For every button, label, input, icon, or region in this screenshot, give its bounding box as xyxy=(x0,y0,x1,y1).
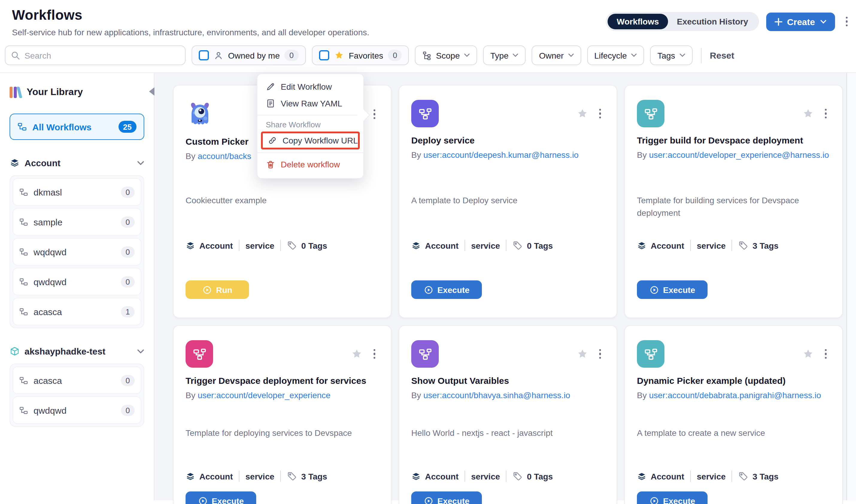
favorite-star-icon[interactable] xyxy=(350,348,362,360)
menu-item-copy-workflow-url[interactable]: Copy Workflow URL xyxy=(263,133,358,148)
workflow-meta: Account service 3 Tags xyxy=(637,240,834,251)
owner-link[interactable]: user:account/debabrata.panigrahi@harness… xyxy=(649,391,821,400)
lifecycle-dropdown[interactable]: Lifecycle xyxy=(587,46,644,65)
favorites-checkbox[interactable] xyxy=(319,50,329,60)
workflow-card-dynamic-picker[interactable]: Dynamic Picker example (updated) By user… xyxy=(624,325,843,504)
type-dropdown[interactable]: Type xyxy=(483,46,526,65)
workflow-meta: Account service 0 Tags xyxy=(411,240,608,251)
execute-button[interactable]: Execute xyxy=(411,281,482,299)
sidebar-section-akshayphadke-test[interactable]: akshayphadke-test xyxy=(10,346,144,356)
owner-link[interactable]: account/backs xyxy=(198,151,251,161)
page-header: Workflows Self-service hub for new appli… xyxy=(0,0,856,37)
tag-icon xyxy=(738,240,749,251)
execute-button[interactable]: Execute xyxy=(186,491,256,504)
sidebar-collapse-icon[interactable] xyxy=(149,87,154,96)
tag-icon xyxy=(513,240,523,251)
menu-item-delete-workflow[interactable]: Delete workflow xyxy=(257,156,363,173)
search-input[interactable] xyxy=(5,46,186,65)
person-icon xyxy=(214,51,223,60)
sidebar-item-qwdqwd-2[interactable]: qwdqwd 0 xyxy=(13,396,141,424)
owner-link[interactable]: user:account/developer_experience@harnes… xyxy=(649,150,829,160)
tab-execution-history[interactable]: Execution History xyxy=(668,14,757,29)
owner-link[interactable]: user:account/deepesh.kumar@harness.io xyxy=(423,150,579,160)
sidebar-group-account: dkmasl 0 sample 0 wqdqwd 0 qwdqwd 0 xyxy=(10,175,144,328)
run-button[interactable]: Run xyxy=(186,281,249,299)
document-icon xyxy=(266,98,275,108)
workflow-card-trigger-build-devspace[interactable]: Trigger build for Devspace deployment By… xyxy=(624,85,843,318)
owned-by-me-checkbox[interactable] xyxy=(199,50,209,60)
workflow-context-menu: Edit Workflow View Raw YAML Share Workfl… xyxy=(257,74,364,179)
workflows-page: Workflows Self-service hub for new appli… xyxy=(0,0,856,504)
execute-button[interactable]: Execute xyxy=(637,491,707,504)
owner-link[interactable]: user:account/bhavya.sinha@harness.io xyxy=(423,391,570,400)
sidebar-item-dkmasl[interactable]: dkmasl 0 xyxy=(13,178,141,206)
favorites-filter[interactable]: Favorites 0 xyxy=(312,46,409,65)
library-icon xyxy=(10,86,21,98)
create-button[interactable]: Create xyxy=(766,12,835,31)
layers-icon xyxy=(637,241,647,250)
owned-by-me-count: 0 xyxy=(285,50,298,61)
card-more-menu-icon[interactable] xyxy=(370,107,379,122)
card-more-menu-icon[interactable] xyxy=(595,347,604,361)
card-more-menu-icon[interactable] xyxy=(595,106,604,121)
workflow-tile-icon xyxy=(637,340,665,368)
card-more-menu-icon[interactable] xyxy=(370,347,379,361)
favorite-star-icon[interactable] xyxy=(576,108,588,120)
workflow-card-deploy-service[interactable]: Deploy service By user:account/deepesh.k… xyxy=(399,85,617,318)
card-more-menu-icon[interactable] xyxy=(821,106,830,121)
execute-button[interactable]: Execute xyxy=(411,491,482,504)
tab-workflows[interactable]: Workflows xyxy=(607,14,668,29)
owner-link[interactable]: user:account/developer_experience xyxy=(198,391,330,400)
play-circle-icon xyxy=(424,496,433,504)
tags-dropdown[interactable]: Tags xyxy=(650,46,692,65)
scrollbar-track[interactable] xyxy=(846,73,856,500)
workflow-card-trigger-devspace-deployment[interactable]: Trigger Devspace deployment for services… xyxy=(173,325,392,504)
chevron-down-icon xyxy=(631,53,637,57)
owned-by-me-filter[interactable]: Owned by me 0 xyxy=(191,46,306,65)
chevron-down-icon xyxy=(820,19,826,24)
sidebar-section-account[interactable]: Account xyxy=(10,158,144,168)
sidebar-item-all-workflows[interactable]: All Workflows 25 xyxy=(10,113,144,140)
sidebar-item-qwdqwd[interactable]: qwdqwd 0 xyxy=(13,268,141,295)
scope-dropdown[interactable]: Scope xyxy=(415,46,477,65)
layers-icon xyxy=(186,241,195,250)
sidebar-group-akshayphadke-test: acasca 0 qwdqwd 0 xyxy=(10,363,144,427)
workflow-description: Cookiecutter example xyxy=(186,194,379,207)
workflow-icon xyxy=(19,406,28,415)
pencil-icon xyxy=(266,82,275,91)
library-header: Your Library xyxy=(10,86,144,98)
reset-filters-button[interactable]: Reset xyxy=(710,50,735,60)
workflow-title: Dynamic Picker example (updated) xyxy=(637,376,830,385)
plus-icon xyxy=(775,18,782,25)
count-badge: 0 xyxy=(121,404,135,416)
play-circle-icon xyxy=(198,496,207,504)
sidebar-item-sample[interactable]: sample 0 xyxy=(13,208,141,236)
layers-icon xyxy=(186,471,195,481)
sidebar-item-acasca[interactable]: acasca 1 xyxy=(13,298,141,325)
count-badge: 0 xyxy=(121,246,135,257)
play-circle-icon xyxy=(649,496,659,504)
count-badge: 1 xyxy=(121,306,135,317)
sidebar-item-wqdqwd[interactable]: wqdqwd 0 xyxy=(13,238,141,266)
workflow-meta: Account service 3 Tags xyxy=(637,470,834,482)
workflow-card-show-output-variables[interactable]: Show Output Varaibles By user:account/bh… xyxy=(399,325,617,504)
layers-icon xyxy=(10,158,20,168)
favorites-count: 0 xyxy=(388,50,402,61)
card-more-menu-icon[interactable] xyxy=(821,347,830,361)
favorite-star-icon[interactable] xyxy=(576,348,588,360)
count-badge: 0 xyxy=(121,276,135,287)
play-circle-icon xyxy=(202,285,212,294)
execute-button[interactable]: Execute xyxy=(637,281,707,299)
sidebar-item-acasca-2[interactable]: acasca 0 xyxy=(13,366,141,394)
favorite-star-icon[interactable] xyxy=(802,348,814,360)
header-actions: Workflows Execution History Create xyxy=(606,12,851,31)
workflow-icon xyxy=(19,217,28,226)
favorite-star-icon[interactable] xyxy=(802,108,814,120)
menu-item-view-raw-yaml[interactable]: View Raw YAML xyxy=(257,95,363,112)
play-circle-icon xyxy=(424,285,433,294)
page-more-menu-icon[interactable] xyxy=(842,14,851,29)
owner-dropdown[interactable]: Owner xyxy=(532,46,581,65)
menu-divider xyxy=(257,115,363,115)
chevron-down-icon xyxy=(137,161,144,165)
menu-item-edit-workflow[interactable]: Edit Workflow xyxy=(257,78,363,95)
